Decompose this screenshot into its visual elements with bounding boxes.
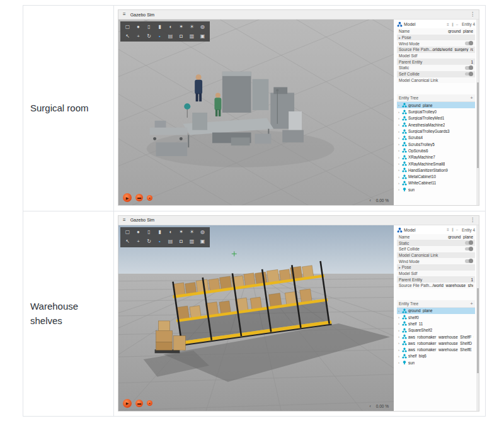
toggle-switch[interactable]: [465, 259, 473, 263]
entity-tree-item[interactable]: › ground_plane: [397, 102, 475, 108]
entity-tree-item[interactable]: › AnesthesiaMachine2: [397, 121, 475, 128]
collapse-chevron-icon[interactable]: ‹: [370, 198, 371, 203]
toggle-switch[interactable]: [465, 42, 473, 45]
translate-tool-icon[interactable]: +: [133, 238, 144, 246]
box-shape-icon[interactable]: ▢: [122, 228, 133, 237]
pause-updates-icon[interactable]: ∥: [452, 228, 454, 232]
cylinder-shape-icon[interactable]: ▯: [144, 23, 154, 31]
scrollbar[interactable]: [476, 225, 479, 411]
ellipsoid-shape-icon[interactable]: ◖: [165, 228, 176, 237]
kebab-menu-icon[interactable]: ⋮: [470, 12, 475, 17]
entity-tree-item[interactable]: › Scrubs4: [397, 135, 475, 141]
snap-tool-icon[interactable]: •: [154, 238, 165, 246]
entity-tree-item[interactable]: › MetalCabinet10: [397, 173, 475, 179]
directional-light-icon[interactable]: ☀: [186, 228, 197, 237]
expander-icon[interactable]: ▸: [399, 266, 401, 269]
stop-button[interactable]: ●: [147, 195, 152, 201]
expander-icon[interactable]: ▸: [399, 36, 401, 40]
inspector-row: Static: [397, 65, 475, 71]
view-angle-icon[interactable]: ▤: [165, 238, 176, 246]
screenshot-icon[interactable]: ◘: [176, 32, 186, 40]
select-tool-icon[interactable]: ↖: [122, 238, 133, 246]
entity-tree-item[interactable]: › sun: [397, 186, 475, 193]
model-icon: [402, 181, 407, 186]
stop-button[interactable]: ●: [147, 400, 152, 406]
entity-tree-item[interactable]: › shelf0: [397, 314, 475, 320]
row-label: Surgical room: [23, 6, 114, 211]
collapse-chevron-icon[interactable]: ‹: [370, 404, 371, 408]
entity-tree-item[interactable]: › aws_robomaker_warehouse_ShelfF_013: [397, 334, 475, 340]
capsule-shape-icon[interactable]: ▮: [154, 23, 165, 31]
paste-icon[interactable]: ▣: [197, 32, 208, 40]
entity-tree-item[interactable]: › SurgicalTrolleyMed1: [397, 115, 475, 121]
entity-tree-item[interactable]: › sun: [397, 359, 475, 366]
add-entity-icon[interactable]: +: [470, 301, 473, 306]
entity-tree-item[interactable]: › aws_robomaker_warehouse_ShelfD_014: [397, 340, 475, 346]
sun-light-icon: [402, 360, 407, 365]
model-icon: [402, 161, 407, 166]
entity-tree-item[interactable]: › WhiteCabinet11: [397, 180, 475, 186]
viewport-3d[interactable]: ▢●▯▮◖✶☀◍ ↖+↻•▤◘▥▣ ▶ ▬ ●: [118, 20, 394, 205]
play-button[interactable]: ▶: [123, 399, 132, 408]
pin-icon[interactable]: ≡: [447, 23, 449, 26]
toggle-switch[interactable]: [465, 66, 473, 70]
model-icon: [402, 135, 407, 140]
copy-icon[interactable]: ▥: [186, 32, 197, 40]
add-entity-icon[interactable]: +: [470, 95, 473, 101]
toggle-switch[interactable]: [465, 72, 473, 76]
collapse-icon[interactable]: –: [456, 23, 458, 26]
entity-tree-item[interactable]: › shelf_big6: [397, 353, 475, 359]
kebab-menu-icon[interactable]: ⋮: [470, 218, 475, 223]
step-button[interactable]: ▬: [135, 194, 143, 201]
entity-tree-item[interactable]: › OpScrubs6: [397, 147, 475, 154]
paste-icon[interactable]: ▣: [197, 238, 208, 246]
menu-icon[interactable]: ≡: [123, 12, 126, 17]
rotate-tool-icon[interactable]: ↻: [144, 238, 154, 246]
entity-tree-item[interactable]: › ScrubsTrolley5: [397, 141, 475, 147]
entity-tree-item[interactable]: › XRayMachineSmall8: [397, 160, 475, 167]
sphere-shape-icon[interactable]: ●: [133, 228, 144, 237]
screenshot-icon[interactable]: ◘: [176, 238, 186, 246]
entity-name: XRayMachine7: [408, 155, 435, 159]
play-button[interactable]: ▶: [123, 193, 132, 202]
entity-tree-item[interactable]: › shelf_11: [397, 320, 475, 327]
pin-icon[interactable]: ≡: [447, 228, 449, 232]
entity-name: SquareShelf2: [408, 328, 432, 332]
model-icon: [402, 347, 407, 352]
directional-light-icon[interactable]: ☀: [186, 23, 197, 31]
copy-icon[interactable]: ▥: [186, 238, 197, 246]
entity-tree-item[interactable]: › ground_plane: [397, 308, 475, 314]
rotate-tool-icon[interactable]: ↻: [144, 32, 154, 40]
cylinder-shape-icon[interactable]: ▯: [144, 228, 154, 237]
point-light-icon[interactable]: ✶: [176, 228, 186, 237]
pause-updates-icon[interactable]: ∥: [452, 23, 454, 26]
entity-tree-item[interactable]: › XRayMachine7: [397, 154, 475, 160]
toggle-switch[interactable]: [465, 247, 473, 251]
point-light-icon[interactable]: ✶: [176, 23, 186, 31]
toggle-switch[interactable]: [465, 241, 473, 245]
property-value: 1: [471, 60, 473, 64]
spot-light-icon[interactable]: ◍: [197, 228, 208, 237]
select-tool-icon[interactable]: ↖: [122, 32, 133, 40]
snap-tool-icon[interactable]: •: [154, 32, 165, 40]
ellipsoid-shape-icon[interactable]: ◖: [165, 23, 176, 31]
collapse-icon[interactable]: –: [456, 228, 458, 232]
sphere-shape-icon[interactable]: ●: [133, 23, 144, 31]
translate-tool-icon[interactable]: +: [133, 32, 144, 40]
capsule-shape-icon[interactable]: ▮: [154, 228, 165, 237]
view-angle-icon[interactable]: ▤: [165, 32, 176, 40]
playback-controls: ▶ ▬ ●: [123, 399, 152, 408]
scrollbar[interactable]: [476, 20, 479, 205]
spot-light-icon[interactable]: ◍: [197, 23, 208, 31]
step-button[interactable]: ▬: [135, 400, 143, 407]
entity-name: XRayMachineSmall8: [408, 162, 445, 166]
menu-icon[interactable]: ≡: [123, 218, 126, 223]
inspector-row: Model Sdf: [397, 53, 475, 59]
viewport-3d[interactable]: ▢●▯▮◖✶☀◍ ↖+↻•▤◘▥▣ ▶ ▬ ●: [118, 225, 394, 411]
entity-tree-item[interactable]: › SquareShelf2: [397, 327, 475, 334]
entity-tree-item[interactable]: › SurgicalTrolleyGuards3: [397, 128, 475, 134]
entity-tree-item[interactable]: › HandSanitizerStation9: [397, 167, 475, 173]
entity-tree-item[interactable]: › SurgicalTrolley0: [397, 108, 475, 115]
entity-tree-item[interactable]: › aws_robomaker_warehouse_ShelfE_015: [397, 346, 475, 352]
box-shape-icon[interactable]: ▢: [122, 23, 133, 31]
